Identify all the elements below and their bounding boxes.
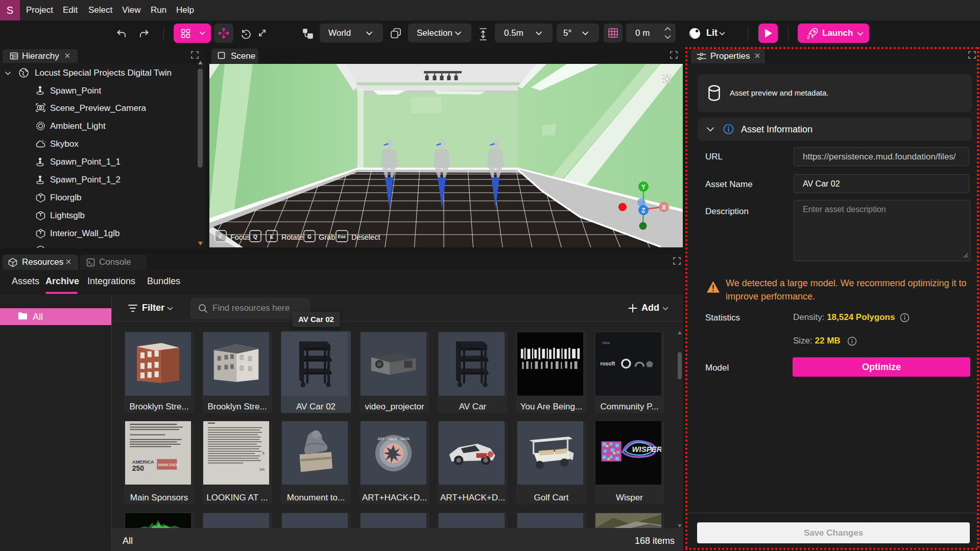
svg-text:rosoft: rosoft xyxy=(600,361,615,366)
svg-text:Z: Z xyxy=(641,207,645,214)
svg-text:icios: icios xyxy=(603,341,610,345)
svg-text:Q: Q xyxy=(253,234,257,240)
svg-text:Deselect: Deselect xyxy=(351,233,380,241)
svg-text:F: F xyxy=(219,234,222,240)
svg-text:6: 6 xyxy=(262,451,265,455)
svg-text:X: X xyxy=(662,204,666,211)
svg-text:Esc: Esc xyxy=(338,234,346,239)
svg-text:Grab: Grab xyxy=(319,233,335,241)
svg-text:MIAMI DADE: MIAMI DADE xyxy=(158,463,179,467)
svg-text:250: 250 xyxy=(132,464,144,472)
svg-text:G: G xyxy=(307,234,312,240)
svg-text:Y: Y xyxy=(641,183,646,191)
svg-text:E: E xyxy=(270,234,274,240)
svg-text:WISPER: WISPER xyxy=(632,445,661,453)
svg-text:ART · HACK · DATA: ART · HACK · DATA xyxy=(377,437,410,441)
svg-text:M4: M4 xyxy=(260,468,265,471)
svg-text:Focus: Focus xyxy=(230,233,251,241)
svg-text:Rotate: Rotate xyxy=(281,233,303,241)
